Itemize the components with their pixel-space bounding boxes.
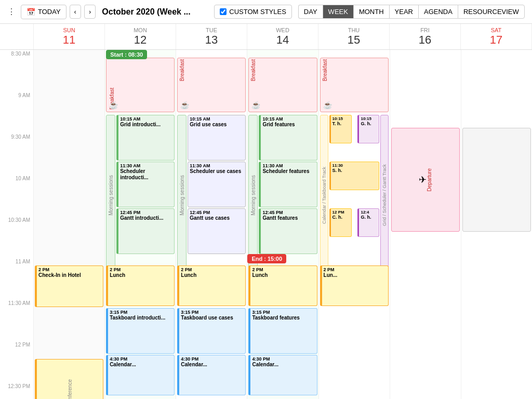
event-title: Scheduler features — [262, 168, 315, 175]
morning-label: Morning sessions — [179, 175, 185, 216]
day-header-tue: Tue 13 — [176, 24, 247, 49]
view-week[interactable]: WEEK — [323, 5, 353, 19]
event-time: 10:15 AM — [262, 116, 315, 122]
day-name-sat: Sat — [491, 27, 502, 33]
day-header-thu: Thu 15 — [318, 24, 390, 49]
event-title: Taskboard use cases — [181, 315, 244, 321]
day-number-thu: 15 — [348, 33, 360, 47]
time-12: 12 PM — [0, 341, 33, 362]
event-wed-grid[interactable]: 10:15 AM Grid features — [259, 115, 317, 161]
event-thu-t1[interactable]: 10:15 T. h. — [329, 115, 352, 143]
event-thu-lunch[interactable]: 2 PM Lun... — [320, 265, 389, 306]
event-wed-cal[interactable]: 4:30 PM Calendar... — [248, 355, 317, 395]
event-thu-breakfast[interactable]: Breakfast ☕ — [320, 58, 389, 112]
time-830: 8:30 AM — [0, 50, 33, 71]
event-time: 2 PM — [252, 267, 315, 272]
day-thu[interactable]: Breakfast ☕ Calendar / Taskboard Track G… — [319, 50, 390, 399]
day-number-sun: 11 — [63, 33, 75, 47]
event-title: Taskboard features — [252, 315, 315, 321]
day-wed[interactable]: Breakfast ☕ Morning sessions 10:15 AM Gr… — [247, 50, 318, 399]
event-wed-breakfast[interactable]: Breakfast ☕ — [248, 58, 317, 112]
event-sat-hatched — [462, 128, 531, 232]
custom-styles-input[interactable] — [220, 8, 227, 15]
end-tooltip: End : 15:00 — [247, 254, 286, 263]
event-title: Check-In in Hotel — [38, 272, 101, 278]
event-mon-scheduler[interactable]: 11:30 AM Scheduler introducti... — [116, 162, 175, 207]
view-day[interactable]: DAY — [298, 5, 323, 19]
event-wed-scheduler[interactable]: 11:30 AM Scheduler features — [259, 162, 317, 207]
time-empty1 — [0, 71, 33, 91]
event-thu-t4[interactable]: 12 PM C. h. — [329, 208, 352, 237]
event-title: Lunch — [252, 272, 315, 278]
day-name-wed: Wed — [276, 27, 289, 33]
event-tue-gantt[interactable]: 12:45 PM Gantt use cases — [188, 208, 246, 254]
prev-button[interactable]: ‹ — [70, 5, 81, 19]
event-wed-taskboard[interactable]: 3:15 PM Taskboard features — [248, 308, 317, 354]
event-tue-cal[interactable]: 4:30 PM Calendar... — [177, 355, 246, 395]
event-thu-t5[interactable]: 12:4 G. h. — [357, 208, 379, 237]
custom-styles-checkbox[interactable]: CUSTOM STYLES — [214, 5, 292, 19]
time-11: 11 AM — [0, 258, 33, 278]
view-year[interactable]: YEAR — [389, 5, 418, 19]
event-time: 12:45 PM — [190, 210, 244, 215]
day-sat[interactable] — [461, 50, 532, 399]
event-check-in[interactable]: 2 PM Check-In in Hotel — [35, 265, 103, 307]
track-label: Calendar / Taskboard Track — [322, 167, 327, 224]
event-tue-taskboard[interactable]: 3:15 PM Taskboard use cases — [177, 308, 246, 354]
menu-dots-icon[interactable]: ⋮ — [5, 5, 18, 19]
day-header-row: Sun 11 Mon 12 Tue 13 Wed 14 Thu 15 Fri 1… — [0, 24, 532, 50]
event-mon-grid[interactable]: 10:15 AM Grid introducti... — [116, 115, 175, 161]
event-mon-lunch[interactable]: 2 PM Lunch — [106, 265, 175, 306]
event-thu-t2[interactable]: 10:15 G. h. — [357, 115, 379, 143]
event-mon-breakfast[interactable]: Breakfast ☕ — [106, 58, 175, 112]
event-tue-scheduler[interactable]: 11:30 AM Scheduler use cases — [188, 162, 246, 207]
time-1230: 12:30 PM — [0, 382, 33, 399]
event-mon-cal[interactable]: 4:30 PM Calendar... — [106, 355, 175, 395]
event-title: C. h. — [332, 215, 350, 220]
day-name-fri: Fri — [420, 27, 430, 33]
event-title: Scheduler introducti... — [120, 168, 172, 181]
event-time: 10:15 — [361, 116, 377, 121]
event-time: 10:15 AM — [190, 116, 244, 122]
event-time: 2 PM — [181, 267, 244, 272]
view-agenda[interactable]: AGENDA — [418, 5, 458, 19]
view-resourceview[interactable]: RESOURCEVIEW — [458, 5, 525, 19]
calendar-body: 8:30 AM 9 AM 9:30 AM 10 AM 10:30 AM 11 A… — [0, 50, 532, 399]
day-number-mon: 12 — [134, 33, 147, 47]
time-1130: 11:30 AM — [0, 299, 33, 320]
day-mon[interactable]: Start : 08:30 Breakfast ☕ Morning sessio… — [105, 50, 176, 399]
days-grid: 2 PM Check-In in Hotel Conference Start … — [34, 50, 532, 399]
day-sun[interactable]: 2 PM Check-In in Hotel Conference — [34, 50, 105, 399]
view-month[interactable]: MONTH — [353, 5, 389, 19]
next-button[interactable]: › — [84, 5, 96, 19]
day-number-sat: 17 — [490, 33, 502, 47]
day-fri[interactable]: ✈ Departure — [390, 50, 461, 399]
calendar: Sun 11 Mon 12 Tue 13 Wed 14 Thu 15 Fri 1… — [0, 24, 532, 399]
time-column: 8:30 AM 9 AM 9:30 AM 10 AM 10:30 AM 11 A… — [0, 50, 34, 399]
event-thu-t3[interactable]: 11:30 S. h. — [329, 162, 379, 190]
event-conference[interactable]: Conference — [35, 359, 103, 399]
event-wed-gantt[interactable]: 12:45 PM Gantt features — [259, 208, 317, 254]
event-title: Lunch — [181, 272, 244, 278]
day-number-fri: 16 — [419, 33, 431, 47]
event-mon-taskboard[interactable]: 3:15 PM Taskboard introducti... — [106, 308, 175, 354]
event-title: Grid features — [262, 122, 315, 128]
event-tue-grid[interactable]: 10:15 AM Grid use cases — [188, 115, 246, 161]
event-tue-breakfast[interactable]: Breakfast ☕ — [177, 58, 246, 112]
time-empty6 — [0, 278, 33, 299]
day-header-sat: Sat 17 — [461, 24, 532, 49]
event-mon-gantt[interactable]: 12:45 PM Gantt introducti... — [116, 208, 175, 254]
event-title: Gantt use cases — [190, 215, 244, 221]
departure-label: Departure — [427, 168, 432, 191]
day-tue[interactable]: Breakfast ☕ Morning sessions 10:15 AM Gr… — [176, 50, 247, 399]
event-time: 11:30 — [332, 163, 377, 168]
event-wed-lunch[interactable]: 2 PM Lunch — [248, 265, 317, 306]
event-fri-departure[interactable]: ✈ Departure — [391, 128, 460, 232]
day-name-tue: Tue — [206, 27, 217, 33]
event-title: Gantt introducti... — [120, 215, 172, 221]
event-tue-lunch[interactable]: 2 PM Lunch — [177, 265, 246, 306]
today-button[interactable]: 📅 TODAY — [21, 5, 66, 19]
event-title: S. h. — [332, 168, 377, 174]
day-header-wed: Wed 14 — [247, 24, 318, 49]
event-title: G. h. — [361, 215, 377, 220]
